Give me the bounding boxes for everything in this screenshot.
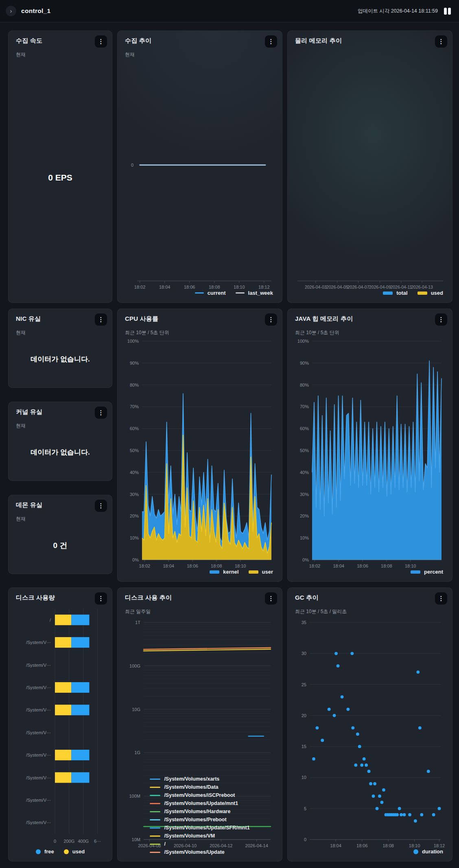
svg-text:10: 10 — [302, 775, 306, 780]
disk-usage-legend: freeused — [16, 844, 105, 856]
legend-item-system-volumes-data[interactable]: /System/Volumes/Data — [150, 784, 218, 790]
svg-text:90%: 90% — [300, 361, 309, 365]
cpu-usage-chart[interactable]: 0%10%20%30%40%50%60%70%80%90%100%18:0218… — [125, 338, 275, 564]
svg-text:70%: 70% — [130, 404, 139, 409]
panel-title: NIC 유실 — [16, 315, 41, 323]
legend-swatch-icon — [150, 852, 160, 853]
svg-text:10G: 10G — [132, 707, 140, 712]
svg-text:40%: 40% — [130, 470, 139, 475]
disk-trend-chart[interactable]: 1T100G10G1G100M10M2026-04-082026-04-1020… — [125, 617, 275, 771]
kebab-menu-icon[interactable]: ⋮ — [265, 592, 277, 605]
panel-title: 물리 메모리 추이 — [295, 37, 342, 45]
panel-subtitle: 최근 일주일 — [125, 608, 275, 615]
legend-swatch-icon — [411, 570, 420, 574]
legend-swatch-icon — [150, 819, 160, 820]
svg-text:6⋯: 6⋯ — [94, 839, 101, 844]
legend-label: current — [208, 290, 226, 296]
svg-text:80%: 80% — [130, 383, 139, 387]
svg-text:0: 0 — [304, 837, 306, 842]
legend-item-current[interactable]: current — [195, 290, 226, 296]
kebab-menu-icon[interactable]: ⋮ — [95, 35, 107, 48]
svg-text:10%: 10% — [300, 535, 309, 540]
legend-item-system-volumes-vm[interactable]: /System/Volumes/VM — [150, 833, 215, 839]
gc-trend-chart[interactable]: 0510152025303518:0418:0618:0818:1018:12 — [295, 617, 445, 844]
legend-item-system-volumes-update-mnt1[interactable]: /System/Volumes/Update/mnt1 — [150, 801, 238, 806]
legend-item-total[interactable]: total — [383, 290, 407, 296]
svg-text:1G: 1G — [134, 750, 140, 755]
panel-daemon-loss: 데몬 유실 ⋮ 현재 0 건 — [8, 495, 112, 574]
legend-label: total — [396, 290, 407, 296]
topbar: › control_1 업데이트 시각 2026-04-14 18:11:59 — [0, 0, 459, 22]
kebab-menu-icon[interactable]: ⋮ — [265, 313, 277, 326]
panel-gc-trend: GC 추이 ⋮ 최근 10분 / 5초 / 밀리초 05101520253035… — [287, 587, 452, 861]
collection-trend-chart[interactable]: 018:0218:0418:0618:0818:1018:12 — [125, 60, 275, 285]
java-heap-chart[interactable]: 0%10%20%30%40%50%60%70%80%90%100%18:0218… — [295, 338, 445, 564]
kebab-menu-icon[interactable]: ⋮ — [95, 407, 107, 419]
legend-item-percent[interactable]: percent — [411, 569, 443, 575]
legend-item-free[interactable]: free — [36, 848, 54, 855]
legend-item-kernel[interactable]: kernel — [210, 569, 238, 575]
svg-text:/System/V⋯: /System/V⋯ — [26, 798, 51, 803]
legend-item-system-volumes-iscpreboot[interactable]: /System/Volumes/iSCPreboot — [150, 792, 235, 798]
panel-title: GC 추이 — [295, 594, 319, 602]
kebab-menu-icon[interactable]: ⋮ — [435, 35, 447, 48]
kebab-menu-icon[interactable]: ⋮ — [95, 592, 107, 605]
legend-swatch-icon — [210, 570, 219, 574]
legend-item-used[interactable]: used — [417, 290, 443, 296]
legend-swatch-icon — [150, 779, 160, 780]
kebab-menu-icon[interactable]: ⋮ — [95, 313, 107, 326]
svg-text:/System/V⋯: /System/V⋯ — [26, 820, 51, 825]
kebab-menu-icon[interactable]: ⋮ — [435, 592, 447, 605]
legend-swatch-icon — [150, 787, 160, 788]
legend-label: /System/Volumes/Update — [164, 849, 224, 855]
svg-text:100%: 100% — [127, 339, 139, 344]
legend-swatch-icon — [150, 827, 160, 829]
svg-text:5: 5 — [304, 806, 306, 811]
legend-item-system-volumes-preboot[interactable]: /System/Volumes/Preboot — [150, 817, 226, 822]
disk-usage-chart[interactable]: 0200G400G6⋯//System/V⋯/System/V⋯/System/… — [16, 606, 105, 844]
chevron-right-icon[interactable]: › — [6, 6, 16, 16]
legend-item-system-volumes-hardware[interactable]: /System/Volumes/Hardware — [150, 809, 230, 814]
physical-memory-legend: totalused — [295, 285, 445, 297]
legend-label: used — [431, 290, 443, 296]
svg-text:200G: 200G — [63, 839, 74, 844]
panel-kernel-loss: 커널 유실 ⋮ 현재 데이터가 없습니다. — [8, 402, 112, 481]
svg-text:20: 20 — [302, 713, 306, 718]
physical-memory-chart[interactable]: 2026-04-032026-04-052026-04-072026-04-09… — [295, 49, 445, 285]
kebab-menu-icon[interactable]: ⋮ — [265, 35, 277, 48]
legend-swatch-icon — [150, 835, 160, 837]
update-time: 업데이트 시각 2026-04-14 18:11:59 — [358, 8, 438, 15]
legend-label: /System/Volumes/Preboot — [164, 817, 226, 822]
panel-subtitle: 최근 10분 / 5초 단위 — [295, 329, 445, 336]
svg-text:10M: 10M — [132, 837, 140, 842]
panel-subtitle: 현재 — [16, 329, 105, 336]
disk-trend-legend: /System/Volumes/xarts/System/Volumes/Dat… — [150, 774, 249, 856]
legend-item-system-volumes-xarts[interactable]: /System/Volumes/xarts — [150, 776, 219, 782]
panel-title: 디스크 사용 추이 — [125, 594, 172, 602]
legend-item-[interactable]: / — [150, 841, 165, 847]
kebab-menu-icon[interactable]: ⋮ — [95, 500, 107, 512]
legend-label: /System/Volumes/xarts — [164, 776, 219, 782]
svg-text:15: 15 — [302, 744, 306, 749]
legend-item-duration[interactable]: duration — [413, 848, 443, 855]
dashboard-grid: 수집 속도 ⋮ 현재 0 EPS 수집 추이 ⋮ 현재 018:0218:041… — [0, 22, 459, 861]
pause-icon[interactable] — [443, 7, 452, 15]
svg-text:30%: 30% — [130, 492, 139, 497]
kebab-menu-icon[interactable]: ⋮ — [435, 313, 447, 326]
legend-item-user[interactable]: user — [249, 569, 273, 575]
svg-text:1T: 1T — [135, 620, 140, 625]
legend-swatch-icon — [64, 849, 69, 854]
svg-text:30: 30 — [302, 651, 306, 656]
legend-label: /System/Volumes/VM — [164, 833, 215, 839]
svg-text:/System/V⋯: /System/V⋯ — [26, 707, 51, 712]
legend-label: user — [262, 569, 273, 575]
svg-text:/System/V⋯: /System/V⋯ — [26, 663, 51, 668]
legend-item-used[interactable]: used — [64, 848, 85, 855]
legend-label: /System/Volumes/Data — [164, 784, 218, 790]
legend-label: /System/Volumes/Hardware — [164, 809, 230, 814]
legend-item-system-volumes-update-sfr-mnt1[interactable]: /System/Volumes/Update/SFR/mnt1 — [150, 825, 249, 831]
legend-item-last-week[interactable]: last_week — [236, 290, 273, 296]
legend-item-system-volumes-update[interactable]: /System/Volumes/Update — [150, 849, 224, 855]
legend-label: used — [72, 848, 85, 855]
panel-subtitle: 현재 — [16, 516, 105, 522]
